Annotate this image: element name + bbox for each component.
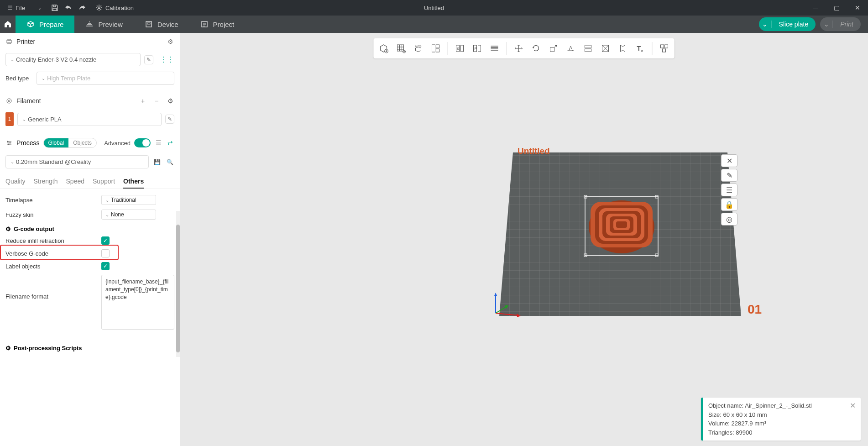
svg-rect-18 (436, 49, 439, 52)
project-icon (200, 20, 209, 28)
tab-others[interactable]: Others (123, 175, 144, 189)
print-dropdown[interactable]: ⌄ (820, 21, 833, 28)
svg-rect-49 (616, 221, 627, 228)
filament-add-icon[interactable]: + (139, 97, 147, 105)
tab-device[interactable]: Device (134, 16, 189, 33)
filament-edit-icon[interactable]: ✎ (165, 115, 174, 124)
layers-icon[interactable] (486, 40, 503, 57)
filament-icon (5, 97, 13, 105)
close-plate-icon[interactable]: ✕ (721, 154, 737, 167)
cut-icon[interactable] (580, 40, 596, 57)
split-parts-icon[interactable]: P (469, 40, 486, 57)
advanced-toggle[interactable] (134, 138, 151, 147)
assembly-icon[interactable] (656, 40, 673, 57)
view-icon[interactable]: ◎ (721, 213, 737, 226)
verbose-label: Verbose G-code (5, 250, 101, 257)
fuzzy-select[interactable]: ⌄None (101, 210, 156, 220)
svg-text:P: P (475, 47, 477, 51)
svg-rect-13 (397, 45, 404, 51)
advanced-label: Advanced (104, 140, 131, 147)
svg-rect-16 (432, 45, 435, 52)
viewport[interactable]: AUTO 0 P Ta (180, 33, 868, 446)
close-button[interactable]: ✕ (847, 0, 868, 16)
print-button[interactable]: ⌄ Print (820, 17, 861, 31)
svg-rect-33 (663, 49, 666, 52)
auto-orient-icon[interactable]: AUTO (410, 40, 427, 57)
home-button[interactable] (0, 16, 16, 33)
hamburger-icon: ☰ (7, 5, 13, 11)
prepare-icon (26, 20, 35, 28)
svg-text:T: T (637, 45, 641, 52)
scrollbar[interactable] (176, 211, 180, 357)
build-plate[interactable] (499, 147, 755, 339)
printer-select[interactable]: ⌄Creality Ender-3 V2 0.4 nozzle (5, 53, 141, 66)
axis-gizmo[interactable] (491, 290, 528, 318)
filament-remove-icon[interactable]: − (152, 97, 161, 105)
bed-type-label: Bed type (5, 75, 33, 82)
info-close-icon[interactable]: ✕ (848, 401, 857, 410)
main-tabs: Prepare Preview Device Project ⌄ Slice p… (0, 16, 868, 33)
filename-format-input[interactable]: {input_filename_base}_{filament_type[0]}… (101, 275, 174, 330)
plate-layout-icon[interactable]: ☰ (721, 184, 737, 196)
calibration-icon (95, 4, 103, 11)
tab-quality[interactable]: Quality (5, 175, 26, 189)
filename-format-label: Filename format (5, 275, 101, 300)
global-objects-toggle[interactable]: Global Objects (43, 138, 97, 148)
file-menu[interactable]: ☰ File (4, 3, 29, 13)
process-list-icon[interactable]: ☰ (154, 139, 162, 147)
add-plate-icon[interactable] (393, 40, 409, 57)
rotate-icon[interactable] (528, 40, 544, 57)
tab-preview[interactable]: Preview (74, 16, 133, 33)
tab-support[interactable]: Support (93, 175, 115, 189)
tab-project[interactable]: Project (189, 16, 246, 33)
process-search-icon[interactable]: 🔍 (165, 157, 174, 167)
filament-settings-icon[interactable]: ⚙ (166, 97, 174, 105)
lock-icon[interactable]: 🔒 (721, 198, 737, 211)
reduce-infill-checkbox[interactable]: ✓ (101, 236, 110, 245)
filament-select[interactable]: ⌄Generic PLA (17, 113, 162, 126)
slice-dropdown[interactable]: ⌄ (759, 21, 772, 28)
tab-prepare[interactable]: Prepare (16, 16, 74, 33)
support-paint-icon[interactable] (615, 40, 631, 57)
wifi-icon[interactable]: ⋮⋮ (160, 55, 174, 64)
scale-icon[interactable] (545, 40, 562, 57)
bed-type-select[interactable]: ⌄High Temp Plate (37, 72, 174, 85)
process-save-icon[interactable]: 💾 (152, 157, 162, 167)
text-icon[interactable]: Ta (632, 40, 648, 57)
tab-speed[interactable]: Speed (66, 175, 84, 189)
process-icon (5, 139, 13, 147)
add-cube-icon[interactable] (376, 40, 392, 57)
place-on-face-icon[interactable] (563, 40, 579, 57)
verbose-checkbox[interactable] (101, 249, 110, 257)
label-objects-label: Label objects (5, 263, 101, 270)
svg-line-54 (496, 306, 507, 313)
printer-settings-icon[interactable]: ⚙ (166, 37, 174, 46)
plate-edit-icon[interactable]: ✎ (721, 169, 737, 182)
maximize-button[interactable]: ▢ (826, 0, 847, 16)
svg-point-11 (8, 144, 10, 145)
undo-icon[interactable] (64, 4, 73, 12)
tab-strength[interactable]: Strength (34, 175, 58, 189)
svg-rect-5 (8, 39, 10, 40)
slice-plate-button[interactable]: ⌄ Slice plate (759, 17, 816, 31)
svg-text:0: 0 (457, 47, 460, 51)
timelapse-select[interactable]: ⌄Traditional (101, 195, 156, 205)
mesh-icon[interactable] (597, 40, 614, 57)
redo-icon[interactable] (78, 4, 86, 12)
process-tabs: Quality Strength Speed Support Others (0, 171, 180, 189)
process-profile-select[interactable]: ⌄0.20mm Standard @Creality (5, 155, 149, 168)
arrange-icon[interactable] (428, 40, 444, 57)
split-object-icon[interactable]: 0 (452, 40, 468, 57)
move-icon[interactable] (511, 40, 527, 57)
file-dropdown[interactable]: ⌄ (34, 4, 45, 12)
printer-edit-icon[interactable]: ✎ (144, 55, 153, 64)
sidebar: Printer ⚙ ⌄Creality Ender-3 V2 0.4 nozzl… (0, 33, 180, 446)
minimize-button[interactable]: ─ (805, 0, 826, 16)
svg-rect-21 (461, 45, 464, 52)
calibration-button[interactable]: Calibration (92, 2, 137, 13)
process-compare-icon[interactable]: ⇄ (166, 139, 174, 147)
save-icon[interactable] (51, 4, 59, 12)
filament-number[interactable]: 1 (5, 112, 14, 126)
scrollbar-thumb[interactable] (176, 225, 180, 352)
label-objects-checkbox[interactable]: ✓ (101, 262, 110, 270)
